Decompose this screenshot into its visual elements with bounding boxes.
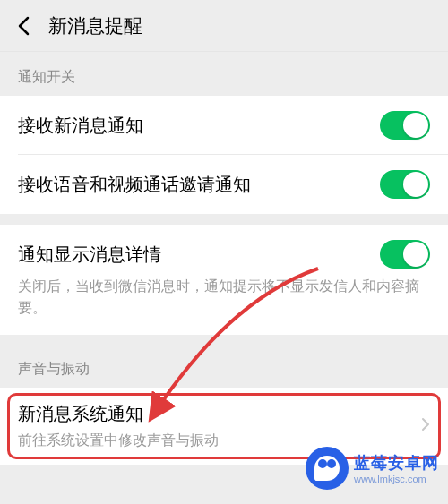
divider <box>0 214 448 225</box>
row-description: 关闭后，当收到微信消息时，通知提示将不显示发信人和内容摘要。 <box>0 276 448 335</box>
toggle-show-detail[interactable] <box>380 240 430 269</box>
toggle-receive-call[interactable] <box>380 170 430 199</box>
row-show-detail-group: 通知显示消息详情 关闭后，当收到微信消息时，通知提示将不显示发信人和内容摘要。 <box>0 225 448 335</box>
chevron-right-icon <box>421 417 430 435</box>
back-icon[interactable] <box>13 15 34 37</box>
toggle-receive-new[interactable] <box>380 111 430 140</box>
row-system-notification[interactable]: 新消息系统通知 前往系统设置中修改声音与振动 <box>0 388 448 465</box>
row-subtitle: 前往系统设置中修改声音与振动 <box>18 431 219 450</box>
row-receive-call[interactable]: 接收语音和视频通话邀请通知 <box>0 155 448 214</box>
header-bar: 新消息提醒 <box>0 0 448 52</box>
row-label: 通知显示消息详情 <box>18 243 161 267</box>
section-label-sound: 声音与振动 <box>0 335 448 388</box>
page-title: 新消息提醒 <box>48 13 142 38</box>
row-receive-new-msg[interactable]: 接收新消息通知 <box>0 96 448 155</box>
switch-list: 接收新消息通知 接收语音和视频通话邀请通知 <box>0 96 448 214</box>
row-label: 接收新消息通知 <box>18 114 143 138</box>
row-label: 接收语音和视频通话邀请通知 <box>18 173 251 197</box>
section-label-switch: 通知开关 <box>0 52 448 96</box>
row-show-detail[interactable]: 通知显示消息详情 <box>0 225 448 276</box>
watermark-url: www.lmkjsc.com <box>354 474 426 484</box>
row-title: 新消息系统通知 <box>18 402 219 426</box>
highlighted-container: 新消息系统通知 前往系统设置中修改声音与振动 <box>0 388 448 465</box>
